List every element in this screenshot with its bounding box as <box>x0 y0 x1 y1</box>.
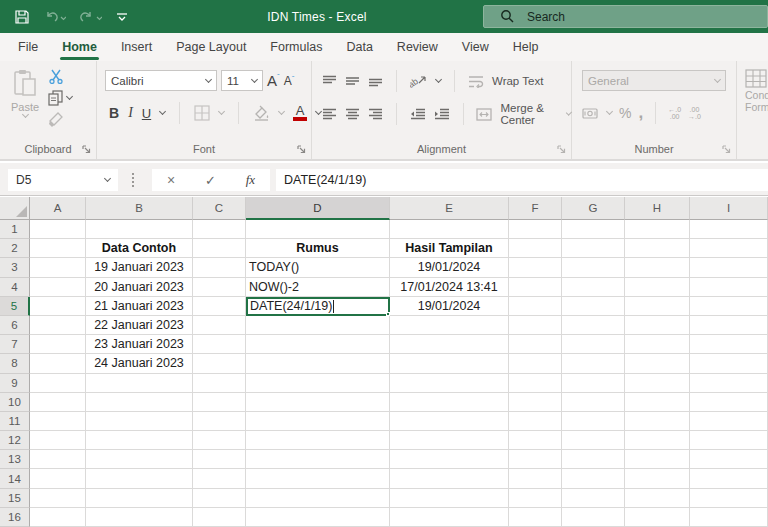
cell-E10[interactable] <box>390 393 509 412</box>
decrease-decimal-button[interactable]: .00→.0 <box>688 106 701 120</box>
cell-B1[interactable] <box>86 220 193 239</box>
cell-D11[interactable] <box>246 412 390 431</box>
cell-C13[interactable] <box>193 450 246 469</box>
cell-I16[interactable] <box>690 508 768 527</box>
cell-A7[interactable] <box>30 335 86 354</box>
cell-A2[interactable] <box>30 239 86 258</box>
cell-H9[interactable] <box>625 374 690 393</box>
cell-H5[interactable] <box>625 297 690 316</box>
cell-F15[interactable] <box>509 489 562 508</box>
cell-F9[interactable] <box>509 374 562 393</box>
middle-align-icon[interactable] <box>345 75 360 87</box>
cell-F2[interactable] <box>509 239 562 258</box>
cell-D13[interactable] <box>246 450 390 469</box>
cell-A13[interactable] <box>30 450 86 469</box>
decrease-indent-icon[interactable] <box>410 108 426 120</box>
accounting-dropdown-icon[interactable] <box>606 108 613 115</box>
cell-C9[interactable] <box>193 374 246 393</box>
cell-E9[interactable] <box>390 374 509 393</box>
cell-D7[interactable] <box>246 335 390 354</box>
cell-B4[interactable]: 20 Januari 2023 <box>86 278 193 297</box>
fill-color-dropdown-icon[interactable] <box>278 108 285 115</box>
cell-H8[interactable] <box>625 354 690 373</box>
cell-E12[interactable] <box>390 431 509 450</box>
cell-C5[interactable] <box>193 297 246 316</box>
cell-C1[interactable] <box>193 220 246 239</box>
tab-data[interactable]: Data <box>334 35 384 61</box>
cell-E6[interactable] <box>390 316 509 335</box>
cell-I3[interactable] <box>690 258 768 277</box>
row-header-4[interactable]: 4 <box>0 278 30 297</box>
cell-D12[interactable] <box>246 431 390 450</box>
cell-A1[interactable] <box>30 220 86 239</box>
number-dialog-launcher-icon[interactable] <box>722 145 731 154</box>
column-header-D[interactable]: D <box>246 197 390 220</box>
orientation-button[interactable]: ab <box>410 74 428 88</box>
cell-D6[interactable] <box>246 316 390 335</box>
cell-E11[interactable] <box>390 412 509 431</box>
cell-H16[interactable] <box>625 508 690 527</box>
cell-F5[interactable] <box>509 297 562 316</box>
cell-D5[interactable]: DATE(24/1/19) <box>246 297 390 316</box>
clipboard-dialog-launcher-icon[interactable] <box>82 145 91 154</box>
cell-A8[interactable] <box>30 354 86 373</box>
cell-B14[interactable] <box>86 469 193 488</box>
cell-C7[interactable] <box>193 335 246 354</box>
cell-B16[interactable] <box>86 508 193 527</box>
cell-I4[interactable] <box>690 278 768 297</box>
cell-E4[interactable]: 17/01/2024 13:41 <box>390 278 509 297</box>
cell-F1[interactable] <box>509 220 562 239</box>
row-header-1[interactable]: 1 <box>0 220 30 239</box>
cell-B12[interactable] <box>86 431 193 450</box>
font-size-select[interactable]: 11 <box>221 70 263 91</box>
cell-B3[interactable]: 19 Januari 2023 <box>86 258 193 277</box>
cell-G10[interactable] <box>562 393 625 412</box>
cell-F7[interactable] <box>509 335 562 354</box>
cell-I8[interactable] <box>690 354 768 373</box>
cell-H6[interactable] <box>625 316 690 335</box>
cell-I7[interactable] <box>690 335 768 354</box>
underline-button[interactable]: U <box>142 106 151 121</box>
increase-indent-icon[interactable] <box>434 108 450 120</box>
row-header-13[interactable]: 13 <box>0 450 30 469</box>
cell-F4[interactable] <box>509 278 562 297</box>
cell-E14[interactable] <box>390 469 509 488</box>
orientation-dropdown-icon[interactable] <box>435 76 442 83</box>
row-header-16[interactable]: 16 <box>0 508 30 527</box>
cell-G15[interactable] <box>562 489 625 508</box>
cell-D16[interactable] <box>246 508 390 527</box>
cell-F3[interactable] <box>509 258 562 277</box>
cell-A4[interactable] <box>30 278 86 297</box>
percent-style-button[interactable]: % <box>619 105 631 121</box>
cell-A11[interactable] <box>30 412 86 431</box>
align-right-icon[interactable] <box>368 108 383 120</box>
cell-B15[interactable] <box>86 489 193 508</box>
cell-F11[interactable] <box>509 412 562 431</box>
wrap-text-label[interactable]: Wrap Text <box>492 75 543 87</box>
cell-D1[interactable] <box>246 220 390 239</box>
cell-I5[interactable] <box>690 297 768 316</box>
merge-center-icon[interactable] <box>476 108 492 121</box>
cell-I1[interactable] <box>690 220 768 239</box>
cell-E7[interactable] <box>390 335 509 354</box>
cell-A16[interactable] <box>30 508 86 527</box>
cell-B10[interactable] <box>86 393 193 412</box>
cell-A12[interactable] <box>30 431 86 450</box>
cell-B8[interactable]: 24 Januari 2023 <box>86 354 193 373</box>
cell-G8[interactable] <box>562 354 625 373</box>
row-header-14[interactable]: 14 <box>0 469 30 488</box>
column-header-C[interactable]: C <box>193 197 246 220</box>
row-header-5[interactable]: 5 <box>0 297 30 316</box>
formula-bar-resize-handle[interactable] <box>132 173 134 187</box>
cell-B2[interactable]: Data Contoh <box>86 239 193 258</box>
cell-I14[interactable] <box>690 469 768 488</box>
cell-H12[interactable] <box>625 431 690 450</box>
cell-G7[interactable] <box>562 335 625 354</box>
cell-C14[interactable] <box>193 469 246 488</box>
cell-I2[interactable] <box>690 239 768 258</box>
column-header-I[interactable]: I <box>690 197 768 220</box>
row-header-12[interactable]: 12 <box>0 431 30 450</box>
font-name-select[interactable]: Calibri <box>105 70 217 91</box>
cell-D4[interactable]: NOW()-2 <box>246 278 390 297</box>
cell-G11[interactable] <box>562 412 625 431</box>
